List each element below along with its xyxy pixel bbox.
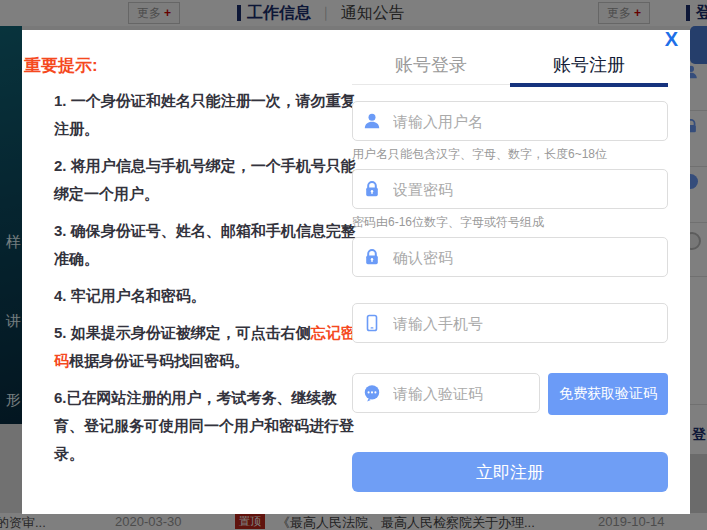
tab-account-login[interactable]: 账号登录 (352, 50, 510, 84)
notice-item-3: 3. 确保身份证号、姓名、邮箱和手机信息完整准确。 (24, 217, 356, 273)
close-icon[interactable]: X (665, 28, 678, 50)
verification-code-row: 免费获取验证码 (352, 373, 668, 415)
user-icon (363, 112, 381, 130)
notice-item-1: 1. 一个身份证和姓名只能注册一次，请勿重复注册。 (24, 87, 356, 143)
active-tab-underline (510, 83, 668, 87)
phone-icon (363, 314, 381, 332)
notice-item-4: 4. 牢记用户名和密码。 (24, 282, 356, 310)
message-icon (363, 384, 381, 402)
username-field[interactable] (352, 101, 668, 141)
auth-tabs: 账号登录 账号注册 (352, 50, 668, 85)
important-notice: 重要提示: 1. 一个身份证和姓名只能注册一次，请勿重复注册。 2. 将用户信息… (24, 54, 356, 468)
register-button[interactable]: 立即注册 (352, 452, 668, 492)
username-input[interactable] (381, 112, 657, 131)
notice-item-6: 6.已在网站注册的用户，考试考务、继续教育、登记服务可使用同一个用户和密码进行登… (24, 384, 356, 468)
notice-item-5-text: 5. 如果提示身份证被绑定，可点击右侧 (54, 324, 311, 341)
notice-title: 重要提示: (24, 54, 356, 78)
lock-icon (363, 180, 381, 198)
notice-item-5: 5. 如果提示身份证被绑定，可点击右侧忘记密码根据身份证号码找回密码。 (24, 319, 356, 375)
verification-code-input[interactable] (381, 384, 529, 403)
password-hint: 密码由6-16位数字、字母或符号组成 (352, 215, 668, 229)
get-code-button[interactable]: 免费获取验证码 (548, 373, 668, 415)
notice-item-2: 2. 将用户信息与手机号绑定，一个手机号只能绑定一个用户。 (24, 152, 356, 208)
lock-icon (363, 248, 381, 266)
tab-account-register[interactable]: 账号注册 (510, 50, 668, 84)
notice-item-5-text: 根据身份证号码找回密码。 (69, 352, 249, 369)
registration-form: 账号登录 账号注册 用户名只能包含汉字、字母、数字，长度6~18位 密码由6-1… (352, 50, 668, 492)
phone-input[interactable] (381, 314, 657, 333)
confirm-password-field[interactable] (352, 237, 668, 277)
username-hint: 用户名只能包含汉字、字母、数字，长度6~18位 (352, 147, 668, 161)
phone-field[interactable] (352, 303, 668, 343)
registration-modal: X 重要提示: 1. 一个身份证和姓名只能注册一次，请勿重复注册。 2. 将用户… (22, 30, 690, 514)
confirm-password-input[interactable] (381, 248, 657, 267)
password-input[interactable] (381, 180, 657, 199)
verification-code-field[interactable] (352, 373, 540, 413)
password-field[interactable] (352, 169, 668, 209)
